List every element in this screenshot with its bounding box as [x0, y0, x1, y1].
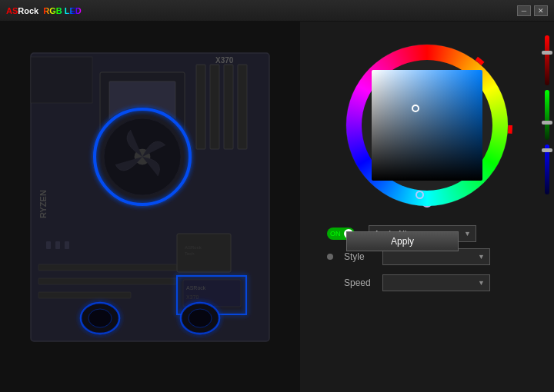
- green-slider-handle[interactable]: [542, 121, 552, 125]
- svg-rect-17: [183, 280, 241, 307]
- green-slider-track[interactable]: [545, 90, 549, 140]
- svg-text:X370: X370: [186, 294, 199, 300]
- svg-rect-4: [196, 65, 205, 149]
- blue-slider-handle[interactable]: [542, 148, 552, 152]
- close-button[interactable]: ✕: [534, 5, 548, 16]
- minimize-button[interactable]: ─: [517, 5, 531, 16]
- svg-point-23: [189, 309, 212, 327]
- rgb-sliders-panel: [545, 35, 549, 201]
- blue-slider-track[interactable]: [545, 145, 549, 194]
- style-arrow: ▼: [478, 253, 485, 261]
- svg-rect-7: [238, 65, 247, 149]
- color-wheel-container[interactable]: [339, 37, 516, 214]
- red-slider-container: [545, 35, 549, 194]
- svg-rect-2: [38, 278, 177, 284]
- apply-all-arrow: ▼: [464, 230, 471, 238]
- apply-button[interactable]: Apply: [346, 231, 459, 251]
- apply-button-wrapper: Apply: [346, 225, 460, 251]
- motherboard-container: X370 ASRock X370: [23, 49, 277, 372]
- asrock-text: ASRock: [6, 6, 38, 15]
- svg-text:ASRock: ASRock: [186, 285, 206, 291]
- color-gradient-square[interactable]: [372, 70, 482, 181]
- red-slider-track[interactable]: [545, 35, 549, 85]
- svg-rect-1: [38, 264, 177, 271]
- toggle-on-label: ON: [330, 230, 341, 238]
- svg-text:X370: X370: [215, 56, 234, 65]
- style-label: Style: [344, 251, 375, 262]
- svg-rect-27: [55, 241, 60, 249]
- style-dot: [327, 254, 333, 260]
- svg-text:RYZEN: RYZEN: [38, 190, 48, 218]
- svg-rect-28: [65, 241, 69, 249]
- svg-rect-26: [46, 241, 51, 249]
- svg-rect-24: [31, 57, 92, 103]
- speed-row: Speed ▼: [327, 274, 527, 291]
- motherboard-panel: X370 ASRock X370: [0, 22, 300, 392]
- title-bar: ASRock RGB LED ─ ✕: [0, 0, 554, 22]
- speed-dropdown[interactable]: ▼: [382, 274, 490, 291]
- red-slider-handle[interactable]: [542, 51, 552, 55]
- right-panel: ON Apply All ▼ RGB LED Header Chipset: [300, 22, 554, 392]
- svg-rect-6: [224, 65, 233, 149]
- motherboard-image: X370 ASRock X370: [23, 49, 277, 349]
- speed-label: Speed: [344, 277, 375, 288]
- app-logo: ASRock RGB LED: [6, 6, 82, 15]
- svg-text:Tech: Tech: [185, 251, 195, 256]
- speed-arrow: ▼: [478, 279, 485, 287]
- svg-point-21: [88, 309, 112, 327]
- svg-text:ASRock: ASRock: [185, 245, 202, 250]
- main-content: X370 ASRock X370: [0, 22, 554, 392]
- svg-rect-5: [210, 65, 219, 149]
- window-controls: ─ ✕: [517, 5, 548, 16]
- svg-rect-3: [38, 292, 131, 298]
- app-title: RGB LED: [43, 6, 82, 15]
